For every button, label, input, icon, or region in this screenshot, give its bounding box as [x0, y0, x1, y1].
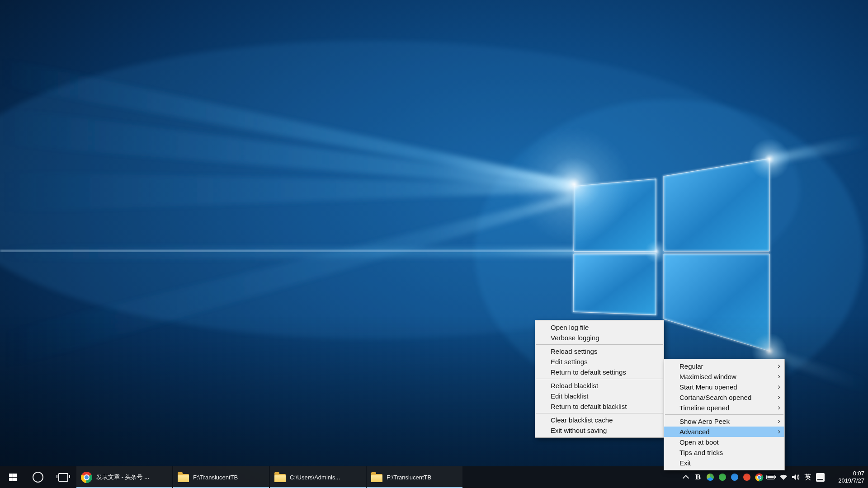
submenu-arrow-icon: › [778, 392, 780, 403]
ime-icon [816, 473, 825, 482]
menu-item-reload-blacklist[interactable]: Reload blacklist [535, 380, 664, 391]
cortana-icon [33, 472, 43, 483]
chrome-tray-icon [755, 473, 763, 481]
folder-icon [274, 474, 286, 482]
menu-item-label: Show Aero Peek [679, 418, 730, 425]
colorful-app-icon [707, 474, 714, 481]
menu-item-open-at-boot[interactable]: Open at boot [664, 437, 784, 447]
menu-item-label: Cortana/Search opened [679, 394, 751, 401]
folder-icon [178, 474, 189, 482]
menu-item-return-default-blacklist[interactable]: Return to default blacklist [535, 401, 664, 412]
menu-item-label: Open log file [551, 324, 589, 331]
menu-item-label: Verbose logging [551, 334, 599, 342]
language-indicator[interactable]: 英 [802, 466, 814, 488]
advanced-submenu: Open log file Verbose logging Reload set… [535, 320, 664, 438]
menu-item-label: Maximised window [679, 373, 736, 380]
menu-item-reload-settings[interactable]: Reload settings [535, 346, 664, 357]
tray-volume-button[interactable] [790, 466, 802, 488]
desktop: Open log file Verbose logging Reload set… [0, 0, 868, 488]
menu-item-label: Reload settings [551, 347, 597, 355]
blue-app-icon [731, 474, 738, 481]
red-app-icon [743, 474, 750, 481]
menu-item-open-log-file[interactable]: Open log file [535, 322, 664, 333]
translucenttb-tray-menu: Regular› Maximised window› Start Menu op… [664, 359, 785, 470]
menu-item-label: Open at boot [679, 438, 719, 446]
start-icon [9, 474, 17, 481]
submenu-arrow-icon: › [778, 416, 780, 427]
menu-separator [536, 413, 663, 413]
menu-item-label: Timeline opened [679, 404, 729, 412]
menu-item-regular[interactable]: Regular› [664, 361, 784, 371]
green-app-icon [719, 474, 726, 481]
submenu-arrow-icon: › [778, 371, 780, 382]
submenu-arrow-icon: › [778, 427, 780, 437]
taskbar-app-label: F:\TranslucentTB [387, 474, 431, 481]
tray-expand-icon [683, 475, 689, 481]
menu-item-show-aero-peek[interactable]: Show Aero Peek› [664, 416, 784, 427]
ime-mode-button[interactable] [814, 466, 826, 488]
menu-item-maximised-window[interactable]: Maximised window› [664, 371, 784, 382]
menu-item-label: Edit blacklist [551, 392, 588, 400]
taskbar-app-folder-users[interactable]: C:\Users\Adminis... [270, 466, 366, 488]
menu-item-return-default-settings[interactable]: Return to default settings [535, 367, 664, 377]
menu-item-exit-without-saving[interactable]: Exit without saving [535, 425, 664, 436]
menu-item-label: Regular [679, 362, 703, 370]
taskbar-app-label: F:\TranslucentTB [193, 474, 238, 481]
menu-item-timeline-opened[interactable]: Timeline opened› [664, 403, 784, 413]
chrome-icon [81, 472, 92, 483]
submenu-arrow-icon: › [778, 403, 780, 413]
menu-separator [665, 414, 783, 415]
menu-item-label: Tips and tricks [679, 449, 723, 456]
menu-item-cortana-search-opened[interactable]: Cortana/Search opened› [664, 392, 784, 403]
menu-item-label: Advanced [679, 428, 710, 436]
taskbar-app-label: 发表文章 - 头条号 ... [96, 473, 149, 481]
menu-item-exit[interactable]: Exit [664, 458, 784, 468]
menu-item-edit-settings[interactable]: Edit settings [535, 357, 664, 367]
submenu-arrow-icon: › [778, 361, 780, 371]
menu-item-label: Exit without saving [551, 427, 607, 434]
start-button[interactable] [0, 466, 25, 488]
menu-item-label: Reload blacklist [551, 382, 598, 389]
clock-date: 2019/7/27 [838, 477, 864, 484]
menu-separator [536, 379, 663, 379]
network-icon [779, 474, 788, 481]
menu-item-label: Edit settings [551, 358, 588, 366]
clock-time: 0:07 [853, 470, 864, 477]
battery-icon [766, 474, 776, 480]
menu-item-verbose-logging[interactable]: Verbose logging [535, 333, 664, 343]
taskbar-app-folder-translucenttb-1[interactable]: F:\TranslucentTB [173, 466, 269, 488]
menu-item-label: Start Menu opened [679, 383, 737, 391]
menu-separator [536, 344, 663, 345]
submenu-arrow-icon: › [778, 382, 780, 392]
taskbar-clock[interactable]: 0:07 2019/7/27 [830, 470, 864, 484]
language-indicator-label: 英 [805, 473, 811, 482]
menu-item-label: Return to default settings [551, 368, 626, 376]
baidu-b-icon: B [695, 473, 701, 481]
folder-icon [371, 474, 382, 482]
menu-item-edit-blacklist[interactable]: Edit blacklist [535, 391, 664, 401]
volume-icon [792, 474, 800, 481]
menu-item-advanced[interactable]: Advanced› [664, 427, 784, 437]
taskbar-app-chrome[interactable]: 发表文章 - 头条号 ... [76, 466, 172, 488]
cortana-button[interactable] [25, 466, 51, 488]
menu-item-clear-blacklist-cache[interactable]: Clear blacklist cache [535, 415, 664, 425]
task-view-icon [58, 473, 68, 482]
menu-item-label: Return to default blacklist [551, 403, 627, 410]
menu-item-label: Exit [679, 459, 691, 467]
taskbar-app-label: C:\Users\Adminis... [290, 474, 340, 481]
menu-item-tips-and-tricks[interactable]: Tips and tricks [664, 447, 784, 458]
task-view-button[interactable] [51, 466, 76, 488]
menu-item-label: Clear blacklist cache [551, 416, 613, 424]
menu-item-start-menu-opened[interactable]: Start Menu opened› [664, 382, 784, 392]
taskbar-app-folder-translucenttb-2[interactable]: F:\TranslucentTB [367, 466, 462, 488]
